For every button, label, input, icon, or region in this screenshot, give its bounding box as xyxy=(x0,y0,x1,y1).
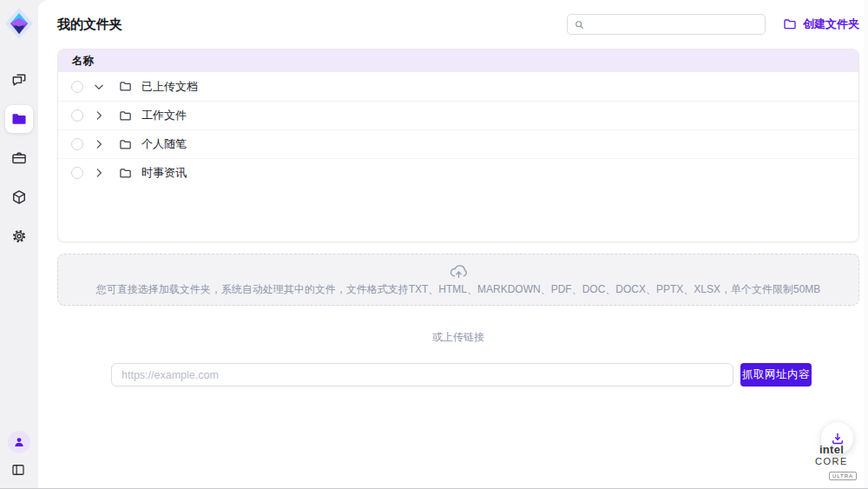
url-upload-row: 抓取网址内容 xyxy=(111,363,812,387)
row-checkbox[interactable] xyxy=(71,81,83,93)
folder-icon xyxy=(119,138,132,151)
main-panel: 我的文件夹 创建文件夹 名称 已上传文档 xyxy=(38,0,868,488)
folder-icon xyxy=(119,109,132,122)
app-logo-icon xyxy=(4,7,34,40)
folder-table: 名称 已上传文档 工作文件 xyxy=(57,49,859,242)
folder-plus-icon xyxy=(783,17,797,31)
sidebar-item-toolbox[interactable] xyxy=(5,144,33,172)
person-icon xyxy=(12,435,26,449)
or-upload-link-label: 或上传链接 xyxy=(57,330,859,345)
table-row[interactable]: 个人随笔 xyxy=(58,129,858,158)
table-row[interactable]: 已上传文档 xyxy=(58,72,858,101)
topbar: 我的文件夹 创建文件夹 xyxy=(57,0,859,49)
upload-hint-text: 您可直接选择加载文件夹，系统自动处理其中的文件，文件格式支持TXT、HTML、M… xyxy=(96,282,821,297)
search-icon xyxy=(574,19,585,30)
row-checkbox[interactable] xyxy=(71,167,83,179)
sidebar xyxy=(0,0,38,488)
table-row[interactable]: 时事资讯 xyxy=(58,158,858,187)
create-folder-button[interactable]: 创建文件夹 xyxy=(783,17,859,32)
table-row[interactable]: 工作文件 xyxy=(58,101,858,129)
folder-name: 工作文件 xyxy=(141,108,187,123)
chevron-down-icon[interactable] xyxy=(93,81,105,93)
create-folder-label: 创建文件夹 xyxy=(803,17,859,32)
core-wordmark: core xyxy=(815,456,848,466)
row-checkbox[interactable] xyxy=(71,138,83,150)
page-title: 我的文件夹 xyxy=(57,17,122,33)
user-avatar[interactable] xyxy=(8,431,30,453)
search-box[interactable] xyxy=(567,14,766,35)
row-checkbox[interactable] xyxy=(71,109,83,122)
sidebar-panel-icon xyxy=(10,462,26,478)
briefcase-icon xyxy=(10,149,28,167)
sidebar-item-chat[interactable] xyxy=(5,66,33,94)
sidebar-item-folders[interactable] xyxy=(5,105,33,133)
sidebar-item-models[interactable] xyxy=(5,183,33,211)
upload-dropzone[interactable]: 您可直接选择加载文件夹，系统自动处理其中的文件，文件格式支持TXT、HTML、M… xyxy=(57,254,859,306)
sidebar-item-settings[interactable] xyxy=(5,222,33,250)
collapse-sidebar-button[interactable] xyxy=(10,462,28,479)
chevron-right-icon[interactable] xyxy=(93,167,105,179)
folder-name: 已上传文档 xyxy=(141,79,198,95)
folder-name: 时事资讯 xyxy=(141,165,187,181)
gear-icon xyxy=(10,228,28,245)
cube-icon xyxy=(10,188,28,206)
search-input[interactable] xyxy=(589,18,759,30)
cloud-upload-icon xyxy=(449,262,469,280)
fetch-url-button[interactable]: 抓取网址内容 xyxy=(740,363,812,387)
folder-name: 个人随笔 xyxy=(141,136,187,152)
intel-core-badge: intel core ultra xyxy=(805,444,858,480)
ultra-badge: ultra xyxy=(829,472,857,480)
table-header-name: 名称 xyxy=(58,50,858,72)
chat-icon xyxy=(10,71,28,89)
intel-wordmark: intel xyxy=(819,443,844,456)
url-input[interactable] xyxy=(111,363,733,387)
folder-icon xyxy=(119,80,132,93)
folder-icon xyxy=(119,167,132,180)
chevron-right-icon[interactable] xyxy=(93,109,105,122)
folder-icon xyxy=(10,110,28,128)
chevron-right-icon[interactable] xyxy=(93,138,105,150)
